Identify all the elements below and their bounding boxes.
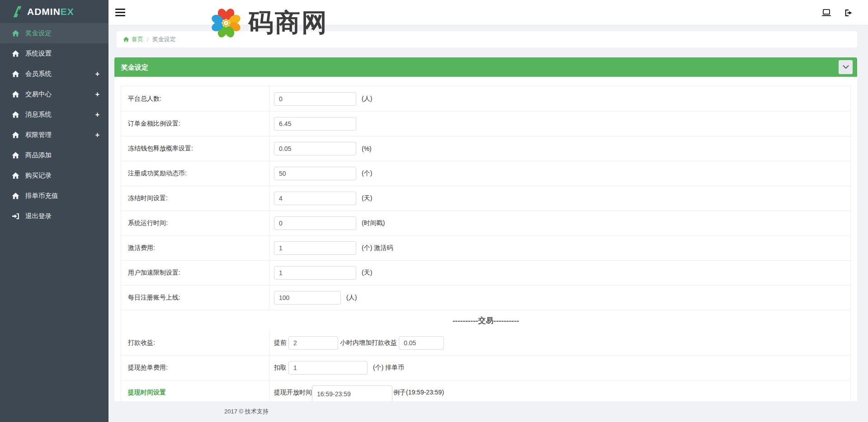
row-unit: (时间戳) bbox=[362, 219, 385, 227]
bonus-settings-panel: 奖金设定 平台总人数: (人) 订单金额比例设置: 冻结钱包释放概率设置: bbox=[114, 57, 857, 401]
main-area: 码商网 首页 / 奖金设定 奖金设定 平台总人数: (人) bbox=[108, 0, 868, 422]
panel-body: 平台总人数: (人) 订单金额比例设置: 冻结钱包释放概率设置: (%) 注册成… bbox=[114, 77, 857, 401]
breadcrumb-current: 奖金设定 bbox=[152, 35, 176, 43]
row-unit: (人) bbox=[362, 95, 372, 103]
withdraw-time-example: 例子(19:59-23:59) bbox=[393, 389, 444, 397]
home-icon bbox=[12, 70, 19, 77]
sidebar-item-bonus-settings[interactable]: 奖金设定 bbox=[0, 23, 108, 43]
row-label: 激活费用: bbox=[121, 236, 269, 260]
grab-fee-prefix: 扣取 bbox=[274, 364, 287, 372]
row-unit: (人) bbox=[346, 294, 357, 302]
collapse-button[interactable] bbox=[839, 60, 853, 74]
table-row: 冻结钱包释放概率设置: (%) bbox=[121, 136, 850, 161]
table-row: 平台总人数: (人) bbox=[121, 86, 850, 111]
brand-logo-icon bbox=[11, 5, 24, 18]
sidebar-item-order-coin-recharge[interactable]: 排单币充值 bbox=[0, 186, 108, 206]
brand-name: ADMINEX bbox=[27, 6, 74, 17]
row-unit: (天) bbox=[362, 269, 372, 277]
table-row: 用户加速限制设置: (天) bbox=[121, 260, 850, 285]
table-row: 激活费用: (个) 激活码 bbox=[121, 235, 850, 260]
sidebar-item-product-add[interactable]: 商品添加 bbox=[0, 145, 108, 165]
row-label: 用户加速限制设置: bbox=[121, 261, 269, 285]
grab-fee-input[interactable] bbox=[288, 361, 368, 375]
plus-icon: + bbox=[95, 70, 99, 78]
plus-icon: + bbox=[95, 90, 99, 98]
navbar-actions bbox=[821, 0, 853, 25]
page-footer: 2017 © 技术支持 bbox=[217, 401, 868, 422]
breadcrumb-home-link[interactable]: 首页 bbox=[123, 35, 143, 43]
payout-bonus-input[interactable] bbox=[399, 336, 444, 350]
row-label: 系统运行时间: bbox=[121, 211, 269, 235]
withdraw-time-link[interactable]: 提现时间设置 bbox=[121, 380, 269, 401]
breadcrumb: 首页 / 奖金设定 bbox=[117, 31, 857, 47]
brand-logo: ADMINEX bbox=[0, 0, 108, 23]
order-ratio-input[interactable] bbox=[274, 117, 356, 131]
table-row: 订单金额比例设置: bbox=[121, 111, 850, 136]
top-navbar bbox=[108, 0, 868, 25]
plus-icon: + bbox=[95, 131, 99, 139]
table-row: 提现时间设置 提现开放时间例子(19:59-23:59) bbox=[121, 380, 850, 401]
row-label: 平台总人数: bbox=[121, 86, 269, 111]
home-icon bbox=[12, 111, 19, 118]
logout-icon[interactable] bbox=[844, 9, 853, 17]
row-label: 提现抢单费用: bbox=[121, 356, 269, 380]
daily-register-cap-input[interactable] bbox=[274, 291, 341, 305]
withdraw-time-input[interactable] bbox=[312, 385, 392, 401]
sidebar-item-system-settings[interactable]: 系统设置 bbox=[0, 43, 108, 64]
menu-toggle-icon[interactable] bbox=[115, 9, 125, 18]
row-label: 注册成功奖励动态币: bbox=[121, 161, 269, 186]
sidebar-item-message-system[interactable]: 消息系统 + bbox=[0, 104, 108, 125]
table-row: 打款收益: 提前小时内增加打款收益 bbox=[121, 330, 850, 355]
row-label: 每日注册账号上线: bbox=[121, 286, 269, 310]
table-row: 提现抢单费用: 扣取(个) 排单币 bbox=[121, 355, 850, 380]
home-icon bbox=[12, 30, 19, 37]
row-unit: (%) bbox=[362, 145, 372, 152]
breadcrumb-separator: / bbox=[147, 36, 149, 43]
activation-fee-input[interactable] bbox=[274, 241, 356, 255]
freeze-release-rate-input[interactable] bbox=[274, 142, 356, 155]
withdraw-time-prefix: 提现开放时间 bbox=[274, 389, 312, 397]
sidebar: ADMINEX 奖金设定 系统设置 会员系统 + 交易中心 + 消息系统 + 权… bbox=[0, 0, 108, 422]
panel-header: 奖金设定 bbox=[114, 57, 857, 77]
home-icon bbox=[12, 91, 19, 98]
speedup-limit-input[interactable] bbox=[274, 266, 356, 280]
home-icon bbox=[12, 50, 19, 57]
home-icon bbox=[12, 192, 19, 199]
settings-table: 平台总人数: (人) 订单金额比例设置: 冻结钱包释放概率设置: (%) 注册成… bbox=[121, 86, 851, 401]
sidebar-item-logout[interactable]: 退出登录 bbox=[0, 206, 108, 226]
trade-section-divider: ----------交易---------- bbox=[121, 310, 850, 330]
row-unit: (个) bbox=[362, 169, 372, 178]
home-icon bbox=[12, 152, 19, 159]
sidebar-item-purchase-records[interactable]: 购买记录 bbox=[0, 165, 108, 186]
payout-prefix: 提前 bbox=[274, 339, 287, 347]
register-reward-input[interactable] bbox=[274, 167, 356, 180]
payout-hours-input[interactable] bbox=[288, 336, 338, 350]
payout-middle: 小时内增加打款收益 bbox=[340, 339, 397, 347]
table-row: 注册成功奖励动态币: (个) bbox=[121, 161, 850, 186]
freeze-time-input[interactable] bbox=[274, 192, 356, 205]
chevron-down-icon bbox=[843, 65, 849, 69]
row-label: 订单金额比例设置: bbox=[121, 112, 269, 136]
row-label: 冻结钱包释放概率设置: bbox=[121, 136, 269, 161]
sidebar-menu: 奖金设定 系统设置 会员系统 + 交易中心 + 消息系统 + 权限管理 + bbox=[0, 23, 108, 226]
row-unit: (个) 激活码 bbox=[362, 244, 393, 252]
desktop-icon[interactable] bbox=[821, 9, 831, 17]
sidebar-item-permission-management[interactable]: 权限管理 + bbox=[0, 125, 108, 145]
row-label: 冻结时间设置: bbox=[121, 186, 269, 211]
sidebar-item-member-system[interactable]: 会员系统 + bbox=[0, 64, 108, 84]
row-label: 打款收益: bbox=[121, 330, 269, 355]
system-runtime-input[interactable] bbox=[274, 216, 356, 230]
table-row: 每日注册账号上线: (人) bbox=[121, 285, 850, 310]
grab-fee-suffix: (个) 排单币 bbox=[373, 364, 404, 372]
platform-total-input[interactable] bbox=[274, 92, 356, 106]
row-unit: (天) bbox=[362, 194, 372, 202]
home-icon bbox=[12, 131, 19, 138]
sidebar-item-trade-center[interactable]: 交易中心 + bbox=[0, 84, 108, 104]
home-icon bbox=[123, 37, 129, 42]
table-row: 系统运行时间: (时间戳) bbox=[121, 211, 850, 235]
sign-out-icon bbox=[12, 213, 19, 220]
plus-icon: + bbox=[95, 111, 99, 119]
panel-title: 奖金设定 bbox=[114, 57, 857, 77]
table-row: 冻结时间设置: (天) bbox=[121, 186, 850, 211]
footer-text: 2017 © 技术支持 bbox=[224, 408, 269, 415]
